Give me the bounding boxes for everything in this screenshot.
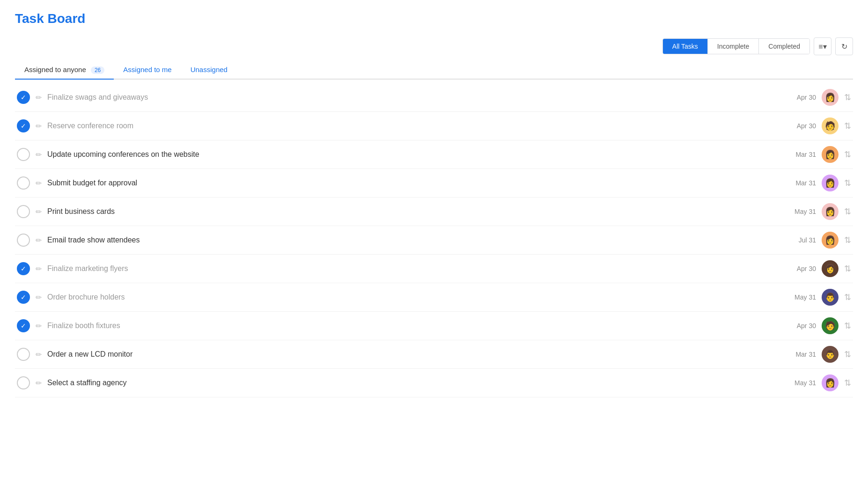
task-sort-icon-10[interactable]: ⇅ [844,349,851,359]
task-list: ✓✏Finalize swags and giveawaysApr 30👩⇅✓✏… [15,83,853,397]
task-check-10[interactable] [17,348,30,361]
tab-anyone-badge: 26 [91,66,104,74]
task-avatar-10[interactable]: 👨 [822,346,839,363]
task-avatar-11[interactable]: 👩 [822,374,839,391]
tabs-bar: Assigned to anyone 26 Assigned to me Una… [15,61,853,80]
task-name-1: Finalize swags and giveaways [47,93,782,102]
all-tasks-button[interactable]: All Tasks [663,39,708,54]
tab-anyone-label: Assigned to anyone [24,66,86,73]
task-check-7[interactable]: ✓ [17,262,30,275]
tab-assigned-me[interactable]: Assigned to me [114,61,181,80]
completed-button[interactable]: Completed [759,39,809,54]
task-date-5: May 31 [788,208,816,215]
task-sort-icon-5[interactable]: ⇅ [844,206,851,217]
task-date-9: Apr 30 [788,322,816,330]
task-row: ✏Select a staffing agencyMay 31👩⇅ [15,369,853,397]
task-sort-icon-7[interactable]: ⇅ [844,264,851,274]
task-avatar-9[interactable]: 🧑 [822,317,839,334]
task-edit-icon-1[interactable]: ✏ [36,93,42,102]
task-name-5: Print business cards [47,207,782,216]
task-name-2: Reserve conference room [47,122,782,130]
task-avatar-4[interactable]: 👩 [822,175,839,191]
task-check-3[interactable] [17,148,30,161]
task-edit-icon-5[interactable]: ✏ [36,207,42,216]
task-row: ✏Submit budget for approvalMar 31👩⇅ [15,169,853,198]
task-sort-icon-11[interactable]: ⇅ [844,378,851,388]
task-avatar-8[interactable]: 👨 [822,289,839,306]
task-edit-icon-3[interactable]: ✏ [36,150,42,159]
incomplete-button[interactable]: Incomplete [708,39,759,54]
task-check-2[interactable]: ✓ [17,119,30,132]
task-row: ✏Order a new LCD monitorMar 31👨⇅ [15,340,853,369]
task-avatar-6[interactable]: 👩 [822,232,839,249]
task-avatar-3[interactable]: 👩 [822,146,839,163]
task-name-3: Update upcoming conferences on the websi… [47,150,782,159]
task-check-4[interactable] [17,176,30,190]
task-row: ✓✏Finalize booth fixturesApr 30🧑⇅ [15,312,853,340]
task-edit-icon-4[interactable]: ✏ [36,179,42,188]
task-sort-icon-6[interactable]: ⇅ [844,235,851,245]
tab-unassigned[interactable]: Unassigned [181,61,237,80]
task-check-5[interactable] [17,205,30,218]
task-edit-icon-10[interactable]: ✏ [36,350,42,359]
task-avatar-1[interactable]: 👩 [822,89,839,106]
refresh-icon: ↻ [841,42,847,51]
task-check-9[interactable]: ✓ [17,319,30,332]
task-edit-icon-6[interactable]: ✏ [36,236,42,245]
task-date-8: May 31 [788,293,816,301]
filter-btn-group: All Tasks Incomplete Completed [662,38,810,54]
sort-filter-icon: ≡▾ [818,42,826,51]
task-row: ✓✏Finalize marketing flyersApr 30👩⇅ [15,255,853,283]
task-edit-icon-7[interactable]: ✏ [36,264,42,273]
task-date-7: Apr 30 [788,265,816,272]
page-title: Task Board [15,11,853,26]
task-edit-icon-2[interactable]: ✏ [36,122,42,131]
task-row: ✓✏Finalize swags and giveawaysApr 30👩⇅ [15,83,853,112]
tab-unassigned-label: Unassigned [191,66,228,73]
task-check-11[interactable] [17,376,30,389]
task-row: ✓✏Order brochure holdersMay 31👨⇅ [15,283,853,312]
task-sort-icon-4[interactable]: ⇅ [844,178,851,188]
task-date-2: Apr 30 [788,122,816,130]
task-avatar-7[interactable]: 👩 [822,260,839,277]
task-sort-icon-8[interactable]: ⇅ [844,292,851,302]
task-check-8[interactable]: ✓ [17,291,30,304]
task-edit-icon-11[interactable]: ✏ [36,379,42,388]
task-date-3: Mar 31 [788,151,816,158]
task-date-1: Apr 30 [788,94,816,101]
task-date-10: Mar 31 [788,351,816,358]
task-check-1[interactable]: ✓ [17,91,30,104]
task-sort-icon-1[interactable]: ⇅ [844,92,851,103]
refresh-button[interactable]: ↻ [835,37,853,55]
task-date-6: Jul 31 [788,236,816,244]
task-date-11: May 31 [788,379,816,387]
top-bar: All Tasks Incomplete Completed ≡▾ ↻ [15,37,853,55]
task-row: ✏Print business cardsMay 31👩⇅ [15,198,853,226]
task-avatar-5[interactable]: 👩 [822,203,839,220]
tab-me-label: Assigned to me [123,66,171,73]
tab-assigned-anyone[interactable]: Assigned to anyone 26 [15,61,114,80]
task-row: ✓✏Reserve conference roomApr 30🧑⇅ [15,112,853,140]
task-name-10: Order a new LCD monitor [47,350,782,359]
task-check-6[interactable] [17,234,30,247]
sort-filter-button[interactable]: ≡▾ [814,37,831,55]
task-name-11: Select a staffing agency [47,379,782,387]
task-name-9: Finalize booth fixtures [47,322,782,330]
task-avatar-2[interactable]: 🧑 [822,117,839,134]
task-date-4: Mar 31 [788,179,816,187]
task-row: ✏Email trade show attendeesJul 31👩⇅ [15,226,853,255]
task-sort-icon-2[interactable]: ⇅ [844,121,851,131]
task-sort-icon-3[interactable]: ⇅ [844,149,851,160]
task-row: ✏Update upcoming conferences on the webs… [15,140,853,169]
task-edit-icon-9[interactable]: ✏ [36,322,42,330]
task-sort-icon-9[interactable]: ⇅ [844,321,851,331]
task-name-7: Finalize marketing flyers [47,264,782,273]
task-name-4: Submit budget for approval [47,179,782,187]
task-edit-icon-8[interactable]: ✏ [36,293,42,302]
task-name-6: Email trade show attendees [47,236,782,244]
task-name-8: Order brochure holders [47,293,782,301]
